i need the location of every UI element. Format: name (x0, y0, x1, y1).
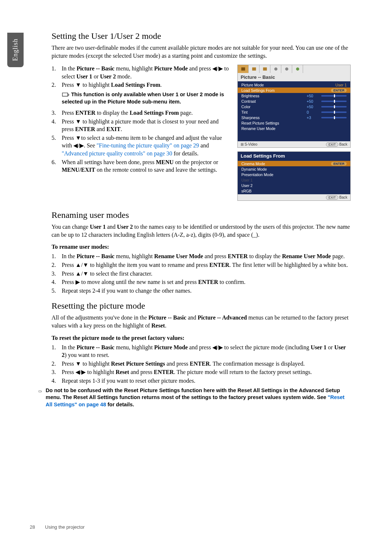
s2-step4: 4. Press ▶ to move along until the new n… (52, 278, 351, 286)
svg-point-4 (285, 68, 288, 71)
s1-step3: 3. Press ENTER to display the Load Setti… (52, 109, 231, 117)
s1-note: This function is only available when Use… (62, 91, 231, 105)
page-number: 28 (30, 524, 35, 530)
osd2-title: Load Settings From (238, 152, 350, 160)
enter-button: ENTER (331, 162, 347, 166)
s3-subtitle: To reset the picture mode to the preset … (52, 335, 351, 341)
s2-step2: 2. Press ▲/▼ to highlight the item you w… (52, 261, 351, 269)
section2-steps: 1. In the Picture -- Basic menu, highlig… (52, 252, 351, 294)
osd-tab-icon (270, 65, 281, 73)
footer-label: Using the projector (45, 524, 85, 530)
osd1-source: ⊞ S-Video (241, 142, 257, 146)
svg-point-5 (296, 68, 299, 71)
enter-button: ENTER (331, 89, 347, 92)
note-icon (38, 388, 42, 393)
osd1-title: Picture -- Basic (238, 73, 350, 81)
osd-tab-icon (238, 65, 249, 73)
osd-picture-basic: Picture -- Basic Picture ModeUser 1 Load… (237, 65, 351, 148)
section2-title: Renaming user modes (52, 210, 351, 220)
osd-load-settings: Load Settings From Cinema ModeENTER Dyna… (237, 151, 351, 201)
s3-footnote: Do not to be confused with the Reset Pic… (38, 387, 351, 408)
section1-intro: There are two user-definable modes if th… (52, 44, 351, 60)
s3-step4: 4.Repeat steps 1-3 if you want to reset … (52, 377, 351, 385)
s1-step5: 5. Press ▼to select a sub-menu item to b… (52, 134, 231, 158)
language-label: English (12, 38, 19, 61)
s1-step2: 2. Press ▼ to highlight Load Settings Fr… (52, 81, 231, 89)
osd-tab-icon (292, 65, 303, 73)
link-fine-tuning[interactable]: "Fine-tuning the picture quality" on pag… (97, 142, 199, 149)
s3-step1: 1. In the Picture -- Basic menu, highlig… (52, 343, 351, 359)
section3-intro: All of the adjustments you've done in th… (52, 314, 351, 329)
s2-step3: 3.Press ▲/▼ to select the first characte… (52, 270, 351, 278)
exit-button: EXIT (326, 195, 338, 200)
s3-step2: 2. Press ▼ to highlight Reset Picture Se… (52, 360, 351, 368)
osd-tab-icon (281, 65, 292, 73)
osd-tab-icon (249, 65, 260, 73)
osd-tab-icon (260, 65, 270, 73)
note-icon (62, 92, 70, 97)
section1-steps: 1. In the Picture -- Basic menu, highlig… (52, 65, 231, 89)
s2-step1: 1. In the Picture -- Basic menu, highlig… (52, 252, 351, 260)
page-footer: 28 Using the projector (30, 524, 85, 530)
svg-rect-1 (252, 68, 256, 71)
page-content: Setting the User 1/User 2 mode There are… (52, 31, 351, 408)
s1-step6: 6. When all settings have been done, pre… (52, 158, 231, 174)
section1-title: Setting the User 1/User 2 mode (52, 31, 351, 41)
exit-button: EXIT (326, 142, 338, 147)
section3-steps: 1. In the Picture -- Basic menu, highlig… (52, 343, 351, 385)
section2-intro: You can change User 1 and User 2 to the … (52, 223, 351, 239)
svg-rect-2 (263, 68, 267, 71)
s2-step5: 5.Repeat steps 2-4 if you want to change… (52, 287, 351, 295)
s3-step3: 3. Press ◀/▶ to highlight Reset and pres… (52, 368, 351, 376)
svg-rect-0 (241, 68, 245, 71)
svg-point-3 (274, 68, 277, 71)
s2-subtitle: To rename user modes: (52, 244, 351, 250)
link-advanced-quality[interactable]: "Advanced picture quality controls" on p… (62, 150, 172, 156)
s1-step4: 4. Press ▼ to highlight a picture mode t… (52, 118, 231, 133)
s1-step1: 1. In the Picture -- Basic menu, highlig… (52, 65, 231, 80)
section3-title: Resetting the picture mode (52, 301, 351, 311)
language-tab: English (7, 33, 24, 67)
